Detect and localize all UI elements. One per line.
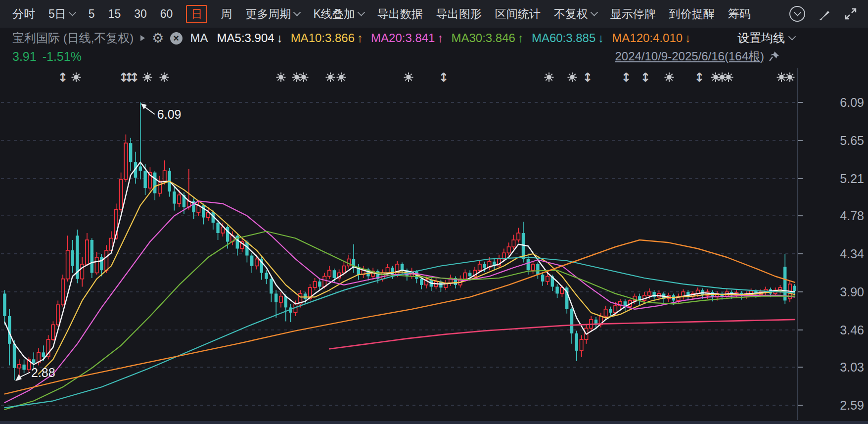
tab-5min[interactable]: 5 <box>89 8 95 20</box>
ma-trend-arrow-icon: ↓ <box>277 31 283 45</box>
button-export-data[interactable]: 导出数据 <box>377 8 423 20</box>
expand-arrow-icon[interactable] <box>140 35 145 41</box>
toolbar-item-label: 区间统计 <box>495 8 541 20</box>
svg-text:2.59: 2.59 <box>840 398 864 412</box>
ma-legend-value: MA20:3.841 <box>371 31 435 45</box>
svg-text:↕: ↕ <box>58 70 68 85</box>
button-interval-stats[interactable]: 区间统计 <box>495 8 541 20</box>
toolbar-item-label: 5日 <box>48 8 66 20</box>
ma-legend-item: MA60:3.885 ↓ <box>532 31 604 45</box>
toolbar-item-label: K线叠加 <box>313 8 355 20</box>
tab-minute[interactable]: 分时 <box>12 8 35 20</box>
gear-icon[interactable]: ⚙ <box>152 32 164 45</box>
toolbar-item-label: 日 <box>191 8 202 20</box>
ma-legend-value: MA120:4.010 <box>612 31 683 45</box>
period-toolbar: 分时 5日 5 15 30 60 日 <box>0 0 868 28</box>
ma-trend-arrow-icon: ↑ <box>518 31 524 45</box>
toolbar-item-label: 分时 <box>12 8 35 20</box>
toolbar-item-label: 筹码 <box>728 8 751 20</box>
current-price: 3.91 <box>12 49 37 64</box>
ma-legend-value: MA60:3.885 <box>532 31 595 45</box>
ma-legend-item: MA10:3.866 ↑ <box>291 31 363 45</box>
chevron-down-icon <box>357 8 365 16</box>
chevron-down-icon <box>788 33 796 41</box>
svg-text:↕: ↕ <box>583 70 593 85</box>
svg-text:3.46: 3.46 <box>840 323 864 337</box>
svg-text:6.09: 6.09 <box>157 107 182 121</box>
ma-legend-value: MA30:3.846 <box>451 31 515 45</box>
svg-text:4.34: 4.34 <box>840 247 864 261</box>
svg-text:2.88: 2.88 <box>31 366 55 379</box>
price-change: -1.51% <box>43 49 82 64</box>
ma-legend-item: MA5:3.904 ↓ <box>217 31 283 45</box>
close-icon[interactable]: × <box>170 32 183 45</box>
toggle-show-suspended[interactable]: 显示停牌 <box>610 8 656 20</box>
chart-legend-row: 宝利国际 (日线,不复权) ⚙ × MA MA5:3.904 ↓ MA10:3.… <box>0 28 868 48</box>
fullscreen-icon[interactable] <box>844 7 858 21</box>
chevron-down-icon <box>293 8 301 16</box>
brush-icon[interactable] <box>818 7 831 20</box>
tab-15min[interactable]: 15 <box>108 8 121 20</box>
ma-settings-label: 设置均线 <box>737 30 785 46</box>
pin-icon[interactable] <box>768 50 780 62</box>
price-status-row: 3.91 -1.51% 2024/10/9-2025/6/16(164根) <box>0 47 868 65</box>
ma-trend-arrow-icon: ↓ <box>598 31 604 45</box>
tab-weekly[interactable]: 周 <box>221 8 232 20</box>
tab-60min[interactable]: 60 <box>160 8 173 20</box>
ma-legend-value: MA5:3.904 <box>217 31 274 45</box>
toolbar-item-label: 60 <box>160 8 173 20</box>
toolbar-item-label: 30 <box>134 8 147 20</box>
menu-more-periods[interactable]: 更多周期 <box>245 8 300 20</box>
svg-text:5.21: 5.21 <box>840 172 864 186</box>
ma-trend-arrow-icon: ↓ <box>685 31 691 45</box>
toolbar-item-label: 不复权 <box>554 8 588 20</box>
svg-text:↕: ↕ <box>694 70 705 85</box>
svg-text:3.03: 3.03 <box>840 360 864 374</box>
date-range-link[interactable]: 2024/10/9-2025/6/16(164根) <box>615 48 764 64</box>
svg-text:↕: ↕ <box>640 70 651 85</box>
toolbar-icons <box>789 6 858 22</box>
toolbar-item-label: 导出图形 <box>436 8 482 20</box>
button-chips[interactable]: 筹码 <box>728 8 751 20</box>
toolbar-item-label: 显示停牌 <box>610 8 656 20</box>
toolbar-item-label: 到价提醒 <box>669 8 715 20</box>
stock-title: 宝利国际 (日线,不复权) <box>12 30 134 46</box>
panel-divider <box>0 421 868 424</box>
chevron-down-icon <box>590 8 598 16</box>
tab-daily[interactable]: 日 <box>186 5 207 23</box>
ma-trend-arrow-icon: ↑ <box>437 31 443 45</box>
ma-legend-item: MA30:3.846 ↑ <box>451 31 523 45</box>
svg-text:↕: ↕ <box>439 70 449 85</box>
ma-settings-button[interactable]: 设置均线 <box>737 30 795 46</box>
svg-text:4.78: 4.78 <box>840 209 864 223</box>
kline-window: 6.095.655.214.784.343.903.463.032.59↕↕↕↕… <box>0 0 868 424</box>
svg-text:↕: ↕ <box>130 70 140 85</box>
menu-kline-overlay[interactable]: K线叠加 <box>313 8 364 20</box>
toolbar-item-label: 15 <box>108 8 121 20</box>
tab-30min[interactable]: 30 <box>134 8 147 20</box>
ma-legend-item: MA120:4.010 ↓ <box>612 31 691 45</box>
svg-text:5.65: 5.65 <box>840 134 864 147</box>
chevron-down-icon <box>793 8 801 16</box>
ma-legend-item: MA20:3.841 ↑ <box>371 31 443 45</box>
ma-trend-arrow-icon: ↑ <box>357 31 363 45</box>
ma-legend-value: MA10:3.866 <box>291 31 355 45</box>
svg-text:↕: ↕ <box>621 70 632 85</box>
chevron-down-icon <box>69 8 77 16</box>
svg-text:3.90: 3.90 <box>840 285 864 299</box>
tab-5day[interactable]: 5日 <box>48 8 75 20</box>
button-export-image[interactable]: 导出图形 <box>436 8 482 20</box>
toolbar-item-label: 5 <box>89 8 95 20</box>
svg-text:6.09: 6.09 <box>840 95 864 109</box>
toolbar-item-label: 导出数据 <box>377 8 423 20</box>
button-price-alert[interactable]: 到价提醒 <box>669 8 715 20</box>
toolbar-item-label: 周 <box>221 8 232 20</box>
toolbar-item-label: 更多周期 <box>245 8 291 20</box>
collapse-panel-icon[interactable] <box>789 6 805 22</box>
ma-label: MA <box>190 31 208 45</box>
menu-adjustment[interactable]: 不复权 <box>554 8 597 20</box>
